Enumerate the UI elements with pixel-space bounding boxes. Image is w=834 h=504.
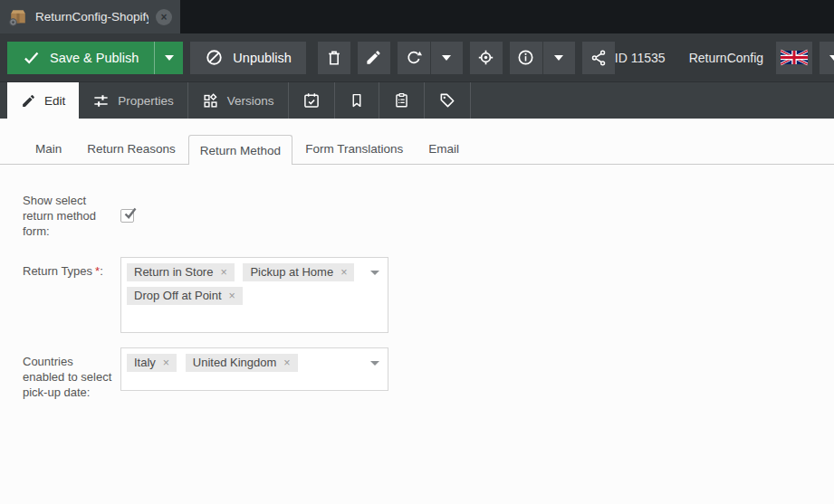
tab-tags[interactable] (425, 82, 471, 119)
subtab-return-method[interactable]: Return Method (188, 135, 292, 165)
chevron-down-icon (554, 55, 563, 61)
bookmark-icon (349, 91, 365, 109)
share-icon (590, 49, 608, 67)
subtab-return-reasons[interactable]: Return Reasons (74, 134, 188, 164)
document-tab-returnconfig-shopify[interactable]: ReturnConfig-Shopify × (0, 0, 180, 33)
chevron-down-icon (165, 55, 174, 61)
reload-options-dropdown[interactable] (430, 42, 463, 74)
unpublish-label: Unpublish (233, 51, 292, 65)
layout-subtabs: Main Return Reasons Return Method Form T… (0, 134, 834, 165)
pencil-icon (21, 93, 36, 109)
locate-target-icon (476, 48, 495, 67)
slash-circle-icon (205, 48, 224, 67)
trash-icon (325, 49, 343, 67)
dropdown-caret-icon[interactable] (370, 361, 379, 366)
save-publish-label: Save & Publish (50, 51, 139, 65)
info-button-group (510, 42, 575, 74)
show-select-form-label: Show select return method form: (23, 193, 113, 239)
versions-grid-icon (202, 92, 219, 109)
tag-italy: Italy× (127, 354, 177, 372)
share-button[interactable] (582, 42, 615, 74)
countries-label: Countries enabled to select pick-up date… (23, 347, 113, 400)
toolbar-right: ID 11535 ReturnConfig (615, 42, 834, 74)
tab-edit[interactable]: Edit (7, 82, 79, 119)
tag-pickup-at-home: Pickup at Home× (243, 263, 354, 281)
subtab-email[interactable]: Email (416, 134, 472, 164)
object-class-label: ReturnConfig (689, 51, 764, 65)
check-icon (23, 50, 40, 65)
pencil-icon (365, 49, 382, 66)
chevron-down-icon (829, 55, 834, 61)
document-tabbar: ReturnConfig-Shopify × (0, 0, 834, 33)
return-types-label: Return Types*: (23, 257, 113, 279)
close-tab-icon[interactable]: × (156, 9, 172, 25)
info-options-dropdown[interactable] (542, 42, 575, 74)
remove-tag-icon[interactable]: × (229, 290, 235, 302)
save-publish-split-button: Save & Publish (7, 42, 183, 74)
remove-tag-icon[interactable]: × (283, 357, 290, 369)
refresh-icon (405, 49, 423, 67)
uk-flag-icon (781, 49, 808, 66)
return-types-multiselect[interactable]: Return in Store× Pickup at Home× Drop Of… (120, 257, 388, 333)
clipboard-list-icon (393, 91, 410, 109)
tab-schedule[interactable] (289, 82, 335, 119)
unpublish-button[interactable]: Unpublish (190, 42, 306, 74)
sliders-icon (92, 92, 110, 109)
return-method-form: Show select return method form: Return T… (0, 165, 834, 400)
show-select-form-checkbox[interactable] (120, 209, 134, 223)
countries-row: Countries enabled to select pick-up date… (23, 347, 834, 400)
locate-in-tree-button[interactable] (470, 42, 503, 74)
remove-tag-icon[interactable]: × (163, 357, 169, 369)
tag-united-kingdom: United Kingdom× (186, 354, 298, 372)
dropdown-caret-icon[interactable] (370, 271, 379, 275)
countries-multiselect[interactable]: Italy× United Kingdom× (120, 347, 388, 391)
tab-versions[interactable]: Versions (188, 82, 289, 119)
tab-properties[interactable]: Properties (79, 82, 188, 119)
reload-button-group (398, 42, 463, 74)
edit-panel: Main Return Reasons Return Method Form T… (0, 119, 834, 504)
tab-versions-label: Versions (227, 94, 274, 108)
tag-drop-off-at-point: Drop Off at Point× (127, 287, 243, 305)
object-package-icon (8, 7, 28, 27)
rename-button[interactable] (358, 42, 390, 74)
document-tab-title: ReturnConfig-Shopify (35, 10, 149, 24)
language-flag-button[interactable] (776, 42, 812, 74)
chevron-down-icon (442, 55, 451, 61)
tag-return-in-store: Return in Store× (127, 263, 235, 281)
show-select-form-row: Show select return method form: (23, 193, 834, 239)
subtab-form-translations[interactable]: Form Translations (292, 134, 416, 164)
subtab-main[interactable]: Main (23, 134, 74, 164)
language-dropdown[interactable] (820, 42, 834, 74)
delete-button[interactable] (318, 42, 350, 74)
tab-edit-label: Edit (44, 94, 65, 108)
main-tabbar: Edit Properties Versions (0, 81, 834, 119)
toolbar: Save & Publish Unpublish (0, 33, 834, 81)
remove-tag-icon[interactable]: × (220, 266, 226, 279)
object-id-label: ID 11535 (615, 51, 666, 65)
return-types-row: Return Types*: Return in Store× Pickup a… (23, 257, 834, 333)
save-publish-button[interactable]: Save & Publish (7, 42, 154, 74)
info-button[interactable] (510, 42, 542, 74)
tag-icon (438, 91, 456, 109)
reload-button[interactable] (398, 42, 430, 74)
info-icon (516, 48, 535, 67)
pimcore-object-editor: ReturnConfig-Shopify × Save & Publish Un… (0, 0, 834, 504)
tab-reports[interactable] (379, 82, 425, 119)
save-options-dropdown[interactable] (154, 42, 183, 74)
remove-tag-icon[interactable]: × (340, 266, 347, 279)
tab-notes-events[interactable] (335, 82, 379, 119)
calendar-check-icon (302, 91, 321, 109)
tab-properties-label: Properties (118, 94, 174, 108)
